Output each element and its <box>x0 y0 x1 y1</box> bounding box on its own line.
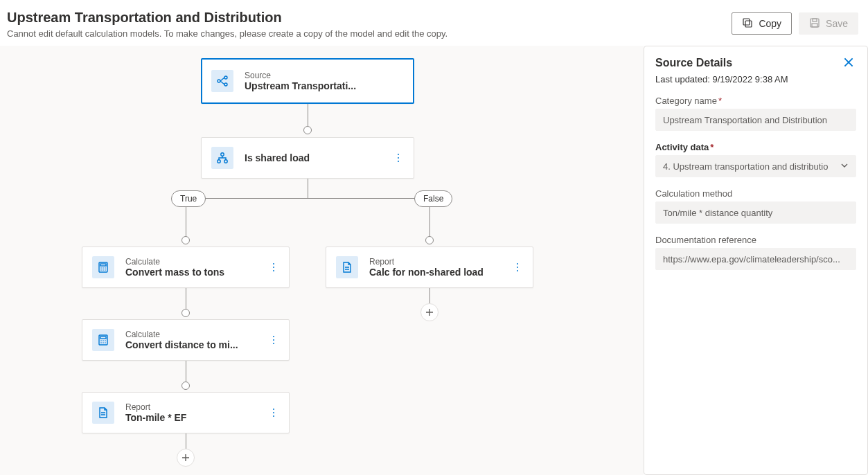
svg-point-21 <box>105 269 106 271</box>
node-more-button[interactable] <box>511 260 524 274</box>
svg-rect-1 <box>743 19 750 25</box>
svg-rect-3 <box>813 19 817 21</box>
svg-point-24 <box>273 270 274 271</box>
svg-point-37 <box>273 412 274 413</box>
node-label: Upstream Transportati... <box>245 80 356 91</box>
svg-point-6 <box>224 76 227 79</box>
node-more-button[interactable] <box>267 260 281 274</box>
category-name-label: Category name* <box>655 96 856 106</box>
add-node-button[interactable] <box>420 303 439 321</box>
svg-point-18 <box>105 267 106 269</box>
node-kind: Calculate <box>125 257 224 267</box>
edge <box>186 433 186 449</box>
svg-point-30 <box>100 342 102 343</box>
node-more-button[interactable] <box>267 333 281 347</box>
svg-point-11 <box>398 154 399 155</box>
node-true-3[interactable]: Report Ton-mile * EF <box>82 392 290 433</box>
chevron-down-icon <box>840 161 849 172</box>
svg-point-23 <box>273 267 274 268</box>
last-updated: Last updated: 9/19/2022 9:38 AM <box>655 74 856 84</box>
branch-false-label: False <box>414 190 452 207</box>
calculation-method-label: Calculation method <box>655 188 856 199</box>
edge <box>186 361 186 383</box>
diagram-canvas[interactable]: Source Upstream Transportati... Is share… <box>0 46 644 475</box>
svg-point-7 <box>224 83 227 86</box>
close-icon[interactable] <box>842 56 856 70</box>
source-icon <box>211 70 233 92</box>
svg-rect-26 <box>100 337 106 339</box>
save-button: Save <box>799 12 858 35</box>
panel-title: Source Details <box>655 57 732 69</box>
port[interactable] <box>181 309 190 317</box>
svg-point-13 <box>398 161 399 162</box>
svg-point-33 <box>273 336 274 337</box>
details-panel: Source Details Last updated: 9/19/2022 9… <box>644 46 868 475</box>
node-label: Is shared load <box>245 152 310 163</box>
svg-point-38 <box>273 415 274 417</box>
svg-point-5 <box>218 80 220 82</box>
svg-point-31 <box>103 342 104 343</box>
svg-rect-4 <box>812 24 817 27</box>
svg-point-29 <box>105 340 106 341</box>
node-more-button[interactable] <box>391 151 405 165</box>
category-name-field: Upstream Transportation and Distribution <box>655 109 856 131</box>
node-false-1[interactable]: Report Calc for non-shared load <box>326 247 533 288</box>
port[interactable] <box>425 236 434 244</box>
svg-point-9 <box>218 160 220 163</box>
svg-point-16 <box>100 267 102 269</box>
edge <box>429 288 430 303</box>
svg-point-20 <box>103 269 104 271</box>
activity-data-value: 4. Upstream transportation and distribut… <box>663 161 828 172</box>
node-label: Convert distance to mi... <box>125 339 238 350</box>
documentation-reference-label: Documentation reference <box>655 235 856 245</box>
activity-data-select[interactable]: 4. Upstream transportation and distribut… <box>655 155 856 177</box>
branch-true-label: True <box>171 190 206 207</box>
node-kind: Report <box>369 257 484 267</box>
save-icon <box>809 17 820 30</box>
calculator-icon <box>92 256 114 278</box>
edge <box>186 198 430 199</box>
port[interactable] <box>181 382 190 390</box>
node-more-button[interactable] <box>267 406 281 420</box>
copy-label: Copy <box>759 18 781 29</box>
edge <box>186 288 186 310</box>
node-label: Calc for non-shared load <box>369 267 484 278</box>
svg-point-17 <box>103 267 104 269</box>
edge <box>308 179 308 198</box>
svg-point-34 <box>273 339 274 341</box>
port[interactable] <box>181 236 190 244</box>
svg-point-32 <box>105 342 106 343</box>
svg-point-8 <box>221 153 224 156</box>
node-true-2[interactable]: Calculate Convert distance to mi... <box>82 319 290 361</box>
node-source[interactable]: Source Upstream Transportati... <box>201 58 414 104</box>
svg-point-10 <box>224 160 227 163</box>
svg-point-19 <box>100 269 102 271</box>
svg-point-40 <box>517 267 518 268</box>
report-icon <box>92 402 114 424</box>
updated-value: 9/19/2022 9:38 AM <box>712 74 788 84</box>
svg-rect-0 <box>745 21 752 27</box>
port[interactable] <box>303 126 312 134</box>
svg-point-27 <box>100 340 102 341</box>
save-label: Save <box>826 18 848 29</box>
updated-prefix: Last updated: <box>655 74 712 84</box>
svg-point-35 <box>273 343 274 344</box>
calculation-method-field: Ton/mile * distance quantity <box>655 201 856 224</box>
calculator-icon <box>92 329 114 351</box>
activity-data-label: Activity data* <box>655 142 856 152</box>
node-true-1[interactable]: Calculate Convert mass to tons <box>82 247 290 288</box>
svg-point-28 <box>103 340 104 341</box>
page-title: Upstream Transportation and Distribution <box>7 10 448 26</box>
svg-point-41 <box>517 270 518 271</box>
node-condition[interactable]: Is shared load <box>201 137 414 179</box>
add-node-button[interactable] <box>177 449 195 467</box>
page-subtitle: Cannot edit default calculation models. … <box>7 28 448 39</box>
copy-button[interactable]: Copy <box>732 12 792 35</box>
node-kind: Calculate <box>125 330 238 339</box>
node-kind: Report <box>125 402 186 412</box>
report-icon <box>336 256 358 278</box>
svg-point-36 <box>273 409 274 410</box>
documentation-reference-field: https://www.epa.gov/climateleadership/sc… <box>655 248 856 270</box>
edge <box>308 104 308 126</box>
svg-rect-15 <box>100 264 106 266</box>
